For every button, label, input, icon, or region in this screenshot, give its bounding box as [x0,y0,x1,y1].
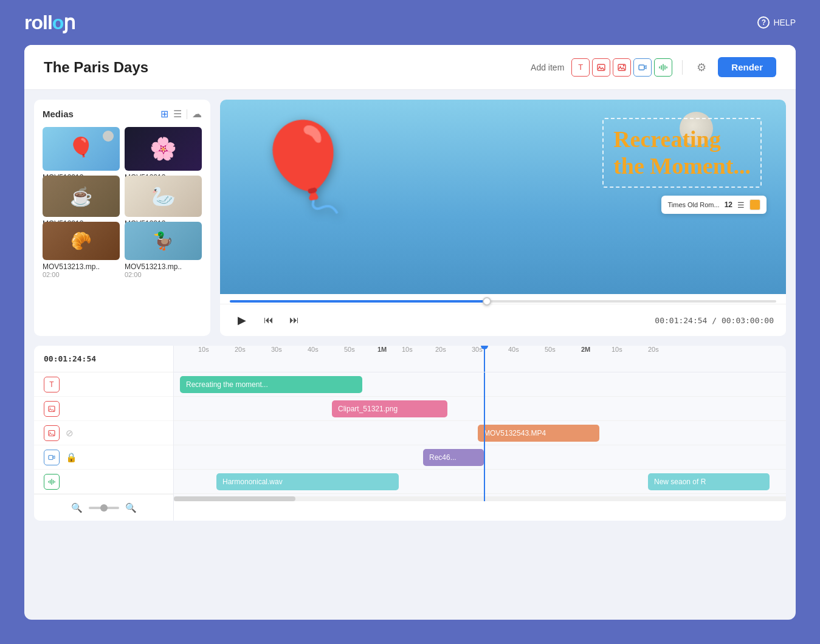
settings-button[interactable]: ⚙ [692,58,711,77]
ruler-tick-1m10s: 10s [402,346,413,353]
time-display: 00:01:24:54 / 00:03:00:00 [655,316,774,325]
media-panel-title: Medias [43,109,74,119]
preview-balloon: 🎈 [250,124,357,209]
track-row-audio [34,470,173,494]
timeline-playhead[interactable] [484,346,485,372]
svg-rect-4 [639,65,644,70]
font-name[interactable]: Times Old Rom... [667,201,719,208]
add-text-button[interactable]: T [571,58,590,77]
text-format-toolbar: Times Old Rom... 12 ☰ [661,196,767,214]
add-audio-button[interactable] [654,58,672,77]
list-view-button[interactable]: ☰ [173,108,182,120]
skip-forward-button[interactable]: ⏭ [286,312,303,329]
birds-icon: 🦆 [153,231,174,251]
media-item[interactable]: ☕ MOV513213.mp.. 02:00 [43,176,120,217]
font-size[interactable]: 12 [725,200,732,209]
workspace: Medias ⊞ ☰ ☁ 🎈 MOV513213.mp.. 02:00 [24,90,796,346]
project-header: The Paris Days Add item T ⚙ Rend [24,45,796,90]
text-overlay-box[interactable]: Recreating the Moment... [602,118,762,188]
stork-icon: 🦢 [151,185,176,208]
media-grid: 🎈 MOV513213.mp.. 02:00 🌸 MOV513213.mp.. … [43,127,202,260]
help-icon: ? [757,16,770,29]
ruler-tick-2m10s: 10s [612,346,622,353]
track-block-rec[interactable]: Rec46... [423,449,484,466]
render-button[interactable]: Render [718,57,776,77]
track-lane-image1: Clipart_51321.png [174,397,786,421]
coffee-icon: ☕ [70,186,92,207]
ruler-tick-1m40s: 40s [508,346,519,353]
skip-back-button[interactable]: ⏮ [260,312,277,329]
track-lane-image2: MOV5132543.MP4 [174,421,786,445]
preview-panel: 🎈 Recreating the Moment... Times Old Rom… [220,100,786,336]
track-block-audio2-label: New seaon of R [654,478,706,486]
text-align-icon[interactable]: ☰ [737,200,745,210]
preview-scrubber[interactable] [220,294,786,304]
add-media-button[interactable] [613,58,631,77]
media-duration: 02:00 [125,271,202,278]
track-block-video[interactable]: MOV5132543.MP4 [478,425,599,442]
scrubber-thumb[interactable] [483,297,491,306]
media-control-divider [187,109,187,119]
bread-icon: 🥐 [71,231,92,251]
timeline-ruler: 10s 20s 30s 40s 50s 1M 10s 20s 30s 40s 5… [174,346,786,372]
track-lane-text: Recreating the moment... [174,372,786,397]
add-video-button[interactable] [633,58,652,77]
track-row-image2: ⊘ [34,421,173,445]
track-icon-image2[interactable] [44,425,60,441]
zoom-slider[interactable] [89,507,119,509]
media-item[interactable]: 🦢 MOV513213.mp.. 02:00 [125,176,202,217]
track-icon-audio[interactable] [44,474,60,490]
moon-decoration [103,131,114,142]
track-icon-image1[interactable] [44,401,60,417]
media-item[interactable]: 🌸 MOV513213.mp.. 02:00 [125,127,202,171]
timeline-tracks-wrapper: 10s 20s 30s 40s 50s 1M 10s 20s 30s 40s 5… [174,346,786,521]
timeline-timecode: 00:01:24:54 [34,346,173,372]
track-block-rec-label: Rec46... [429,453,457,462]
zoom-controls: 🔍 🔍 [34,494,173,521]
main-card: The Paris Days Add item T ⚙ Rend [24,45,796,620]
logo-arrow: ɲ [63,11,75,34]
add-image-button[interactable] [592,58,610,77]
track-block-image1[interactable]: Clipart_51321.png [332,400,447,417]
timeline-scroll-thumb [174,496,295,501]
cloud-upload-button[interactable]: ☁ [192,108,202,120]
timeline-inner: 00:01:24:54 T [34,346,786,521]
track-block-audio1[interactable]: Harmononical.wav [216,473,399,490]
help-button[interactable]: ? HELP [757,16,796,29]
track-lock-icon[interactable]: 🔒 [66,452,77,463]
svg-rect-9 [49,455,53,459]
flower-icon: 🌸 [150,136,177,162]
media-thumb-birds: 🦆 [125,222,202,260]
zoom-out-button[interactable]: 🔍 [71,502,83,513]
media-thumb-flower: 🌸 [125,127,202,171]
media-panel: Medias ⊞ ☰ ☁ 🎈 MOV513213.mp.. 02:00 [34,100,210,336]
play-button[interactable]: ▶ [232,310,252,330]
media-item[interactable]: 🦆 MOV513213.mp.. 02:00 [125,222,202,260]
zoom-in-button[interactable]: 🔍 [125,502,137,513]
track-block-image1-label: Clipart_51321.png [338,405,398,413]
preview-video: 🎈 Recreating the Moment... Times Old Rom… [220,100,786,294]
media-name: MOV513213.mp.. [43,262,120,271]
app-logo: rolloɲ [24,11,75,34]
media-item[interactable]: 🥐 MOV513213.mp.. 02:00 [43,222,120,260]
media-item[interactable]: 🎈 MOV513213.mp.. 02:00 [43,127,120,171]
timeline-left: 00:01:24:54 T [34,346,174,521]
ruler-tick-2m: 2M [581,346,590,353]
ruler-tick-1m: 1M [377,346,387,353]
overlay-line1: Recreating [613,126,721,152]
svg-point-6 [50,407,51,408]
time-total: 00:03:00:00 [722,316,774,325]
timeline-scrollbar[interactable] [174,496,786,501]
track-block-audio2[interactable]: New seaon of R [648,473,770,490]
media-thumb-stork: 🦢 [125,176,202,217]
ruler-tick-50s: 50s [344,346,355,353]
ruler-tick-2m20s: 20s [648,346,659,353]
track-eye-icon[interactable]: ⊘ [66,428,74,439]
track-icon-video[interactable] [44,450,60,465]
grid-view-button[interactable]: ⊞ [160,108,168,120]
scrubber-track[interactable] [230,300,776,303]
color-swatch[interactable] [749,199,760,210]
help-label: HELP [773,18,796,27]
track-icon-text[interactable]: T [44,377,60,392]
track-block-text[interactable]: Recreating the moment... [180,376,362,393]
